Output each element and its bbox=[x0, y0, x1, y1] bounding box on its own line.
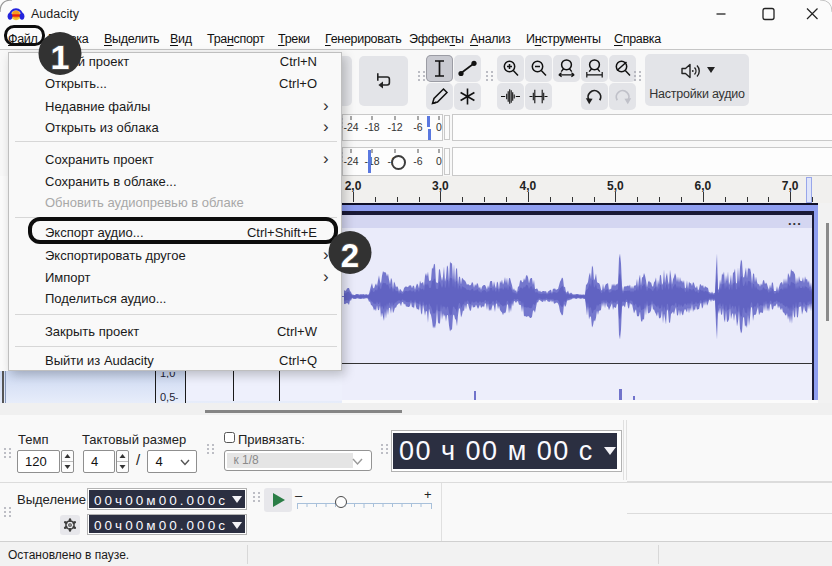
svg-text:2: 2 bbox=[341, 237, 359, 274]
svg-text:1: 1 bbox=[51, 38, 70, 76]
